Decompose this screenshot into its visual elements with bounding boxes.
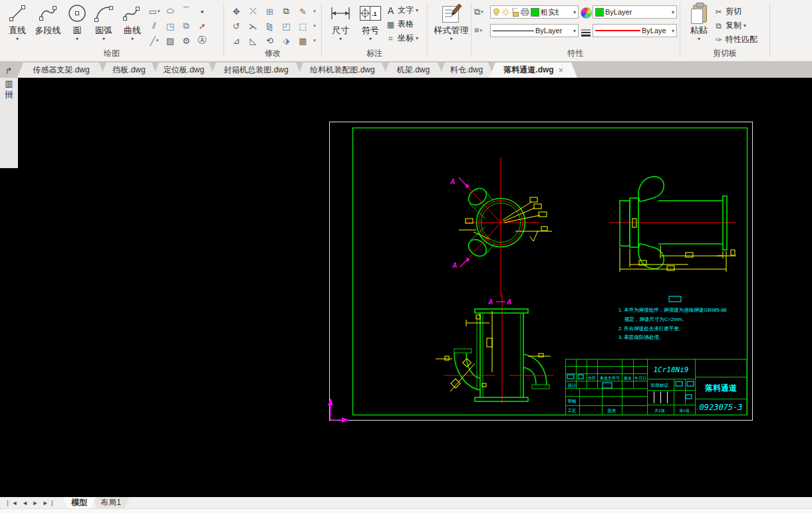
modify-row1-caret[interactable]: ▾	[313, 9, 316, 14]
parallel-tool[interactable]: ⫽	[152, 21, 156, 31]
array-tool[interactable]: ⊞	[266, 7, 273, 17]
lineweight-combo[interactable]: ByLayer ▾	[593, 24, 677, 37]
file-tab-locating-plate[interactable]: 定位板.dwg	[153, 62, 215, 78]
symbol-button[interactable]: .1 符号 ▾	[355, 2, 386, 41]
layer-plot-printer-icon[interactable]	[521, 8, 529, 16]
text-label: 文字	[398, 5, 414, 16]
layer-combo-caret[interactable]: ▾	[573, 10, 576, 15]
line-caret[interactable]: ▾	[16, 37, 19, 41]
cut-button[interactable]: ✂ 剪切	[714, 5, 757, 19]
note-line-2: 规定，焊缝尺寸为C=2mm。	[624, 316, 687, 322]
text-caret[interactable]: ▾	[416, 8, 418, 13]
nav-first-icon[interactable]: ❘◄	[5, 500, 19, 506]
leader-tool[interactable]: ➚	[199, 21, 206, 31]
dimension-caret[interactable]: ▾	[339, 37, 342, 41]
layer-unlock-icon[interactable]	[511, 8, 519, 17]
spline-button[interactable]: 曲线 ▾	[118, 2, 146, 41]
paste-caret[interactable]: ▾	[698, 37, 700, 41]
arc-button[interactable]: 圆弧 ▾	[89, 2, 118, 41]
strip-sheet-icon[interactable]: ▥	[0, 78, 18, 89]
rectangle-tool[interactable]: ▭▾	[149, 7, 160, 17]
text-block-tool[interactable]: Ⓐ	[198, 35, 207, 47]
hatch-tool[interactable]: ▨	[166, 36, 174, 46]
layer-on-bulb-icon[interactable]	[493, 8, 500, 17]
property-copy-button[interactable]: ⧉ ▾	[474, 7, 483, 17]
mirror-tool[interactable]: ⧎	[266, 21, 273, 31]
spin-tool[interactable]: ⟲	[266, 36, 273, 46]
copy-caret[interactable]: ▾	[744, 23, 746, 28]
modify-row2-caret[interactable]: ▾	[313, 23, 316, 29]
copy-button[interactable]: ⧉ 复制 ▾	[714, 19, 757, 33]
drawing-canvas[interactable]: A A	[0, 78, 812, 497]
extend-tool[interactable]: ⋋	[249, 21, 257, 31]
style-manager-caret[interactable]: ▾	[450, 37, 452, 41]
strip-grid-icon[interactable]: 卌	[0, 89, 18, 100]
chamfer-tool[interactable]: ◺	[250, 36, 257, 46]
layer-thaw-sun-icon[interactable]	[501, 8, 510, 17]
table-button[interactable]: ▦ 表格	[386, 17, 418, 31]
nav-prev-icon[interactable]: ◄	[22, 500, 29, 506]
text-button[interactable]: A 文字 ▾	[386, 3, 418, 17]
rectangle-select-tool[interactable]: ⬚	[299, 21, 307, 31]
spline-label: 曲线	[124, 25, 141, 37]
scale-tool[interactable]: ◰	[282, 21, 290, 31]
dimension-label: 尺寸	[332, 25, 349, 37]
construction-line-tool[interactable]: ╱▾	[150, 36, 158, 46]
linetype-combo[interactable]: ByLayer ▾	[490, 24, 579, 37]
color-combo-caret[interactable]: ▾	[672, 10, 674, 15]
circle-caret[interactable]: ▾	[76, 37, 78, 41]
gear-tool[interactable]: ⚙	[182, 36, 190, 46]
modify-row3-caret[interactable]: ▾	[313, 38, 316, 43]
block-tool[interactable]: ⧉	[183, 21, 189, 31]
file-tab-hopper[interactable]: 料仓.dwg	[439, 62, 494, 78]
color-wheel-icon[interactable]	[581, 7, 592, 19]
arc-icon	[94, 2, 114, 25]
file-tab-baffle[interactable]: 挡板.dwg	[100, 62, 158, 78]
move-tool[interactable]: ✥	[233, 7, 240, 17]
tab-close-icon[interactable]: ×	[559, 66, 563, 75]
arc-caret[interactable]: ▾	[102, 37, 105, 41]
coordinate-button[interactable]: ⌗ 坐标 ▾	[386, 31, 418, 45]
nav-last-icon[interactable]: ►❘	[43, 500, 56, 506]
region-tool[interactable]: ◳	[166, 21, 174, 31]
file-tab-sealing-machine[interactable]: 封箱机总装图.dwg	[210, 62, 302, 78]
file-tab-sensor-bracket[interactable]: 传感器支架.dwg	[17, 62, 105, 78]
style-manager-button[interactable]: 样式管理 ▾	[432, 2, 471, 41]
linetype-combo-caret[interactable]: ▾	[573, 29, 576, 33]
file-tab-drop-channel-active[interactable]: 落料通道.dwg ×	[489, 62, 577, 78]
linetype-button[interactable]: ≡ ▾	[474, 25, 482, 35]
layout1-tab[interactable]: 布局1	[92, 497, 130, 508]
point-tool[interactable]: ▪	[201, 7, 204, 17]
draw-extra-tools: ▭▾ ⬭ ⌒ ▪ ⫽ ◳ ⧉ ➚ ╱▾ ▨ ⚙ Ⓐ	[146, 4, 210, 48]
file-tab-frame[interactable]: 机架.dwg	[383, 62, 444, 78]
arc-segment-tool[interactable]: ⌒	[182, 5, 191, 17]
match-properties-button[interactable]: ✑ 特性匹配	[714, 33, 757, 47]
copy-object-tool[interactable]: ⧉	[283, 6, 289, 17]
circle-button[interactable]: 圆 ▾	[65, 2, 89, 41]
polyline-button[interactable]: 多段线	[31, 2, 65, 37]
ellipse-tool[interactable]: ⬭	[166, 6, 174, 17]
tab-overflow-icon[interactable]: ↱	[0, 66, 17, 78]
layer-combo[interactable]: 粗实线 ▾	[490, 5, 579, 19]
trim-tool[interactable]: ⤬	[249, 6, 256, 17]
copy-label: 复制	[726, 20, 742, 31]
fillet-tool[interactable]: ⊿	[233, 36, 240, 46]
paste-button[interactable]: 粘贴 ▾	[684, 2, 714, 41]
spline-caret[interactable]: ▾	[131, 37, 134, 41]
model-tab[interactable]: 模型	[63, 497, 96, 508]
hatch-edit-tool[interactable]: ▩	[299, 36, 307, 46]
erase-tool[interactable]: ✎	[299, 7, 307, 17]
rotate-tool[interactable]: ↺	[233, 21, 240, 31]
file-tab-feeder-assembly[interactable]: 给料机装配图.dwg	[297, 62, 388, 78]
color-combo[interactable]: ByLayer ▾	[593, 5, 677, 19]
dimension-button[interactable]: 尺寸 ▾	[326, 2, 355, 41]
line-button[interactable]: 直线 ▾	[4, 2, 31, 41]
coordinate-caret[interactable]: ▾	[416, 36, 418, 41]
nav-next-icon[interactable]: ►	[32, 500, 39, 506]
table-icon: ▦	[386, 20, 396, 29]
lineweight-combo-caret[interactable]: ▾	[672, 29, 674, 33]
box3d-tool[interactable]: ⬗	[283, 36, 290, 46]
current-color: ByLayer	[605, 8, 632, 16]
lineweight-icon[interactable]	[581, 27, 591, 39]
symbol-caret[interactable]: ▾	[369, 37, 372, 41]
